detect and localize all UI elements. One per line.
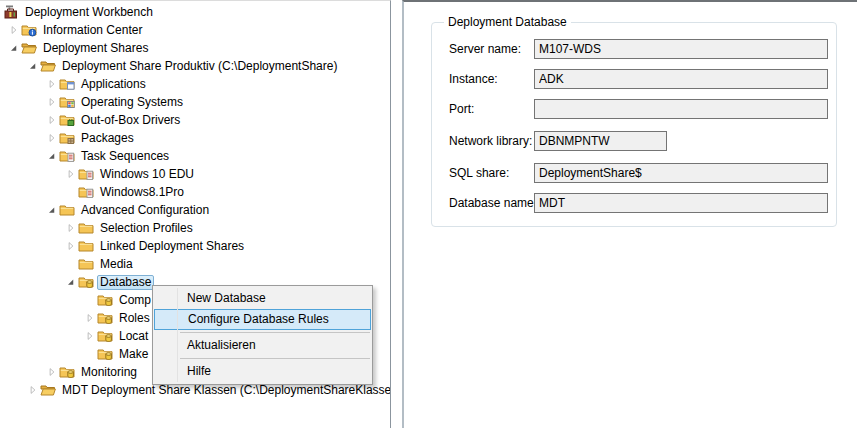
- expander-collapsed-icon[interactable]: [8, 22, 21, 38]
- expander-collapsed-icon[interactable]: [84, 328, 97, 344]
- menu-item-aktualisieren[interactable]: Aktualisieren: [153, 335, 372, 356]
- expander-collapsed-icon[interactable]: [46, 130, 59, 146]
- field-row-network-library: Network library:: [432, 131, 836, 151]
- field-input-server-name[interactable]: [534, 39, 828, 59]
- tree-item-applications[interactable]: Applications: [0, 75, 390, 93]
- tree-item-label: Task Sequences: [78, 149, 172, 164]
- field-row-database-name: Database name:: [432, 193, 836, 213]
- tree-item-label: Information Center: [40, 23, 145, 38]
- folder-open-icon: [40, 382, 59, 398]
- tree-item-deployment-workbench[interactable]: Deployment Workbench: [0, 3, 390, 21]
- folder-info-icon: [21, 22, 40, 38]
- expander-expanded-icon[interactable]: [8, 40, 21, 56]
- field-input-instance[interactable]: [534, 69, 828, 89]
- tree-item-label: Selection Profiles: [97, 221, 196, 236]
- tree-item-deployment-shares[interactable]: Deployment Shares: [0, 39, 390, 57]
- field-label-server-name: Server name:: [449, 42, 521, 56]
- expander-collapsed-icon[interactable]: [27, 382, 40, 398]
- tree-item-label: Monitoring: [78, 365, 140, 380]
- expander-collapsed-icon[interactable]: [65, 238, 78, 254]
- tree-item-label: Make: [116, 347, 151, 362]
- tree-item-label: Deployment Share Produktiv (C:\Deploymen…: [59, 59, 340, 74]
- menu-separator: [180, 332, 370, 333]
- folder-icon: [78, 220, 97, 236]
- field-row-sql-share: SQL share:: [432, 163, 836, 183]
- expander-expanded-icon[interactable]: [46, 148, 59, 164]
- field-input-port[interactable]: [534, 99, 828, 119]
- tree-item-label: Deployment Shares: [40, 41, 151, 56]
- expander-collapsed-icon[interactable]: [84, 310, 97, 326]
- tree-item-task-sequences[interactable]: Task Sequences: [0, 147, 390, 165]
- tree-item-label: Roles: [116, 311, 153, 326]
- tree-item-label: Out-of-Box Drivers: [78, 113, 183, 128]
- field-input-database-name[interactable]: [534, 193, 828, 213]
- tree-item-label: Packages: [78, 131, 137, 146]
- tree-item-label: Advanced Configuration: [78, 203, 212, 218]
- tree-item-label: Database: [97, 275, 154, 290]
- expander-collapsed-icon[interactable]: [65, 166, 78, 182]
- tree-item-windows-10-edu[interactable]: Windows 10 EDU: [0, 165, 390, 183]
- context-menu: New DatabaseConfigure Database RulesAktu…: [152, 285, 373, 385]
- tree-item-selection-profiles[interactable]: Selection Profiles: [0, 219, 390, 237]
- tree-item-label: Linked Deployment Shares: [97, 239, 247, 254]
- tree-item-advanced-configuration[interactable]: Advanced Configuration: [0, 201, 390, 219]
- field-row-server-name: Server name:: [432, 39, 836, 59]
- expander-collapsed-icon[interactable]: [46, 76, 59, 92]
- expander-collapsed-icon[interactable]: [46, 112, 59, 128]
- menu-item-configure-database-rules[interactable]: Configure Database Rules: [154, 309, 371, 330]
- tree-item-out-of-box-drivers[interactable]: Out-of-Box Drivers: [0, 111, 390, 129]
- tree-item-linked-deployment-shares[interactable]: Linked Deployment Shares: [0, 237, 390, 255]
- field-label-database-name: Database name:: [449, 196, 537, 210]
- folder-db-icon: [97, 310, 116, 326]
- folder-db-icon: [78, 274, 97, 290]
- folder-open-icon: [21, 40, 40, 56]
- field-label-sql-share: SQL share:: [449, 166, 509, 180]
- tree-item-label: Windows8.1Pro: [97, 185, 187, 200]
- tree-item-label: Media: [97, 257, 136, 272]
- field-row-instance: Instance:: [432, 69, 836, 89]
- tree-item-windows8-1pro[interactable]: Windows8.1Pro: [0, 183, 390, 201]
- expander-spacer: [65, 184, 78, 200]
- field-input-sql-share[interactable]: [534, 163, 828, 183]
- folder-db-icon: [59, 364, 78, 380]
- expander-spacer: [65, 256, 78, 272]
- folder-icon: [78, 238, 97, 254]
- tree-item-label: Windows 10 EDU: [97, 167, 197, 182]
- menu-item-new-database[interactable]: New Database: [153, 288, 372, 309]
- folder-ts-icon: [78, 184, 97, 200]
- expander-expanded-icon[interactable]: [27, 58, 40, 74]
- tree-item-media[interactable]: Media: [0, 255, 390, 273]
- menu-gutter-divider: [177, 288, 178, 382]
- field-label-network-library: Network library:: [449, 134, 532, 148]
- folder-drivers-icon: [59, 112, 78, 128]
- expander-collapsed-icon[interactable]: [46, 364, 59, 380]
- groupbox-title: Deployment Database: [444, 15, 571, 29]
- folder-db-icon: [97, 328, 116, 344]
- expander-expanded-icon[interactable]: [65, 274, 78, 290]
- tree-item-information-center[interactable]: Information Center: [0, 21, 390, 39]
- expander-spacer: [84, 346, 97, 362]
- tree-item-label: Locat: [116, 329, 151, 344]
- folder-app-icon: [59, 76, 78, 92]
- tree-item-label: Operating Systems: [78, 95, 186, 110]
- expander-collapsed-icon[interactable]: [65, 220, 78, 236]
- tree-item-operating-systems[interactable]: Operating Systems: [0, 93, 390, 111]
- folder-packages-icon: [59, 130, 78, 146]
- folder-db-icon: [97, 346, 116, 362]
- tree-item-packages[interactable]: Packages: [0, 129, 390, 147]
- folder-os-icon: [59, 94, 78, 110]
- expander-collapsed-icon[interactable]: [46, 94, 59, 110]
- expander-spacer: [84, 292, 97, 308]
- workbench-icon: [3, 4, 22, 20]
- tree-item-deployment-share-produktiv-c-deploymentshare[interactable]: Deployment Share Produktiv (C:\Deploymen…: [0, 57, 390, 75]
- field-input-network-library[interactable]: [534, 131, 667, 151]
- folder-icon: [78, 256, 97, 272]
- menu-item-hilfe[interactable]: Hilfe: [153, 361, 372, 382]
- folder-ts-icon: [78, 166, 97, 182]
- tree-item-label: Applications: [78, 77, 149, 92]
- field-label-instance: Instance:: [449, 72, 498, 86]
- expander-expanded-icon[interactable]: [46, 202, 59, 218]
- field-label-port: Port:: [449, 102, 474, 116]
- menu-separator: [180, 358, 370, 359]
- field-row-port: Port:: [432, 99, 836, 119]
